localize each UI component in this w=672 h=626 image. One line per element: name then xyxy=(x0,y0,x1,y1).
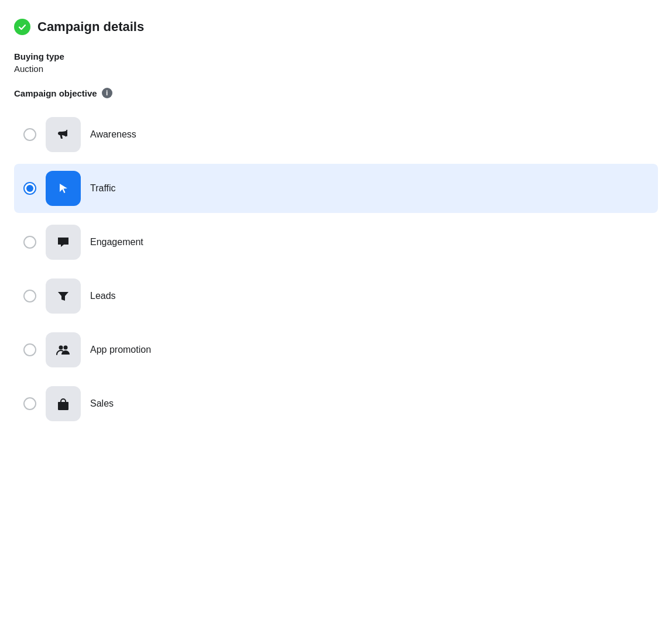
sales-icon-box xyxy=(46,386,81,421)
chat-icon xyxy=(55,234,71,250)
radio-app-promotion[interactable] xyxy=(23,343,36,356)
radio-engagement[interactable] xyxy=(23,236,36,249)
radio-awareness[interactable] xyxy=(23,128,36,141)
svg-rect-3 xyxy=(58,402,68,404)
buying-type-value: Auction xyxy=(14,64,658,74)
engagement-label: Engagement xyxy=(90,237,143,247)
objective-option-sales[interactable]: Sales xyxy=(14,379,658,428)
objective-option-engagement[interactable]: Engagement xyxy=(14,218,658,267)
awareness-label: Awareness xyxy=(90,129,136,140)
info-icon[interactable]: i xyxy=(102,88,112,98)
app-promotion-icon-box xyxy=(46,332,81,367)
buying-type-label: Buying type xyxy=(14,51,658,61)
objective-option-awareness[interactable]: Awareness xyxy=(14,110,658,159)
cursor-icon xyxy=(55,180,71,197)
people-icon xyxy=(55,342,71,358)
objective-option-leads[interactable]: Leads xyxy=(14,271,658,321)
megaphone-icon xyxy=(55,126,71,143)
sales-label: Sales xyxy=(90,398,114,409)
radio-traffic[interactable] xyxy=(23,182,36,195)
awareness-icon-box xyxy=(46,117,81,152)
svg-point-0 xyxy=(59,346,63,350)
page-title: Campaign details xyxy=(37,19,144,35)
objective-option-traffic[interactable]: Traffic xyxy=(14,164,658,213)
objective-option-app-promotion[interactable]: App promotion xyxy=(14,325,658,374)
campaign-details-header: Campaign details xyxy=(14,19,658,35)
objective-label-row: Campaign objective i xyxy=(14,88,658,98)
leads-label: Leads xyxy=(90,291,116,301)
buying-type-section: Buying type Auction xyxy=(14,51,658,74)
bag-icon xyxy=(55,395,71,412)
objective-options-list: Awareness Traffic Engagement xyxy=(14,110,658,433)
app-promotion-label: App promotion xyxy=(90,345,151,355)
traffic-icon-box xyxy=(46,171,81,206)
objective-label: Campaign objective xyxy=(14,88,97,98)
campaign-objective-section: Campaign objective i Awareness xyxy=(14,88,658,433)
svg-point-1 xyxy=(64,346,68,350)
funnel-icon xyxy=(55,288,71,304)
radio-sales[interactable] xyxy=(23,397,36,410)
leads-icon-box xyxy=(46,278,81,314)
radio-leads[interactable] xyxy=(23,290,36,302)
engagement-icon-box xyxy=(46,225,81,260)
traffic-label: Traffic xyxy=(90,183,116,194)
check-icon xyxy=(14,19,30,35)
